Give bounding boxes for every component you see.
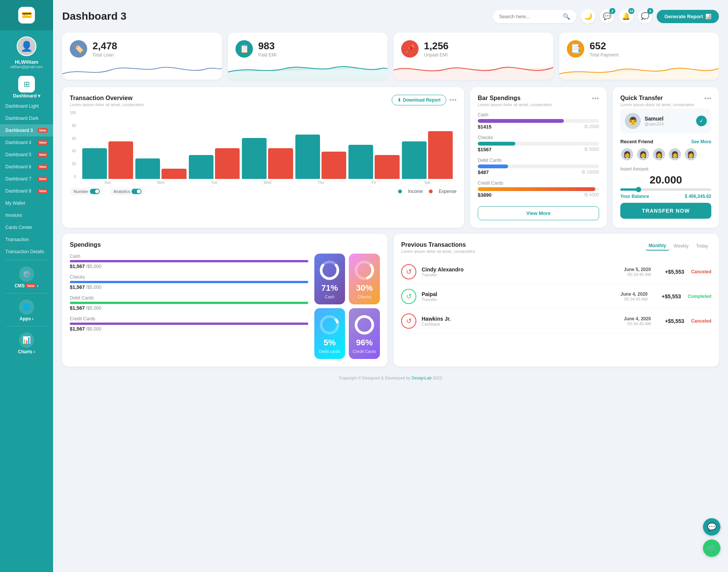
- stat-card-total-payment: 📑 652 Total Payment: [559, 33, 719, 80]
- sidebar-logo: 💳: [0, 0, 53, 30]
- transaction-overview-card: Transaction Overview Lorem ipsum dolor s…: [62, 87, 464, 228]
- donut-cash: 71% Cash: [314, 254, 345, 304]
- message-icon-btn[interactable]: 💬 2: [600, 9, 614, 24]
- bar-chart: [78, 111, 457, 179]
- tx-name-2: Hawkins Jr.: [422, 316, 451, 322]
- bar-spendings-title: Bar Spendings: [478, 95, 552, 102]
- bar-tue-red: [215, 148, 240, 179]
- see-more-link[interactable]: See More: [691, 139, 711, 144]
- float-support-btn[interactable]: 💬: [703, 518, 720, 536]
- quick-transfer-more-btn[interactable]: •••: [704, 95, 711, 103]
- tab-today[interactable]: Today: [693, 241, 711, 251]
- sidebar-item-invoices[interactable]: Invoices: [0, 209, 53, 221]
- transfer-now-button[interactable]: TRANSFER NOW: [620, 203, 711, 219]
- chart-x-axis: Sun Mon Tue Wed Thu Fri Sat: [78, 180, 457, 185]
- header: Dashboard 3 🔍 🌙 💬 2 🔔 12 💭 5 Gen: [62, 9, 719, 24]
- balance-row: Your Balance $ 456,345.62: [620, 194, 711, 199]
- bar-group-sat: [402, 131, 453, 179]
- sidebar-item-dashboard4[interactable]: Dashboard 4 New: [0, 136, 53, 149]
- friend-avatar-1[interactable]: 👩: [620, 147, 634, 161]
- footer-brand-link[interactable]: DexignLab: [412, 376, 432, 380]
- donut-grid: 71% Cash 30% Checks: [314, 254, 380, 359]
- spending-row-credit: Credit Cards $3890 /$ 4000: [478, 180, 599, 198]
- donut-credit: 96% Credit Cards: [349, 308, 380, 359]
- chat-icon-btn[interactable]: 💭 5: [638, 9, 652, 24]
- friend-avatar-5[interactable]: 👩: [684, 147, 698, 161]
- donut-checks: 30% Checks: [349, 254, 380, 304]
- quick-transfer-card: Quick Transfer Lorem ipsum dolor sit ame…: [613, 87, 719, 228]
- download-report-button[interactable]: ⬇ Download Report: [392, 95, 446, 105]
- tab-monthly[interactable]: Monthly: [646, 241, 669, 251]
- dashboard-icon-btn[interactable]: ⊞: [18, 76, 35, 92]
- bar-wed-teal: [242, 138, 267, 179]
- more-options-button[interactable]: •••: [449, 96, 457, 104]
- prev-tx-title: Previous Transactions: [401, 241, 475, 248]
- number-toggle[interactable]: Number: [70, 188, 104, 195]
- unpaid-emi-icon: 📌: [401, 40, 419, 58]
- bar-group-tue: [189, 148, 240, 179]
- main-content: Dashboard 3 🔍 🌙 💬 2 🔔 12 💭 5 Gen: [53, 0, 728, 572]
- sidebar-item-wallet[interactable]: My Wallet: [0, 197, 53, 209]
- sidebar-username: Hi,William: [15, 59, 38, 65]
- total-payment-chart: [559, 61, 719, 80]
- bar-spendings-more-btn[interactable]: •••: [592, 95, 599, 103]
- search-input[interactable]: [499, 14, 560, 19]
- spending-item-debit: Debit Cards $1,567 /$5,000: [70, 295, 308, 311]
- sidebar-item-dashboard6[interactable]: Dashboard 6 New: [0, 161, 53, 173]
- donut-checks-svg: [353, 259, 376, 282]
- donut-credit-percent: 96%: [356, 338, 373, 348]
- sidebar-item-cards[interactable]: Cards Center: [0, 221, 53, 234]
- slider-thumb[interactable]: [636, 187, 641, 192]
- paid-emi-chart: [228, 61, 388, 80]
- avatar: 👤: [17, 36, 36, 56]
- friend-avatar-4[interactable]: 👩: [668, 147, 682, 161]
- view-more-button[interactable]: View More: [478, 206, 599, 220]
- tx-name-1: Paipal: [422, 291, 437, 297]
- tx-row-1: ↺ Paipal Transfer June 4, 2020 05:34:45 …: [401, 284, 711, 309]
- bar-fri-teal: [348, 145, 373, 179]
- bar-spendings-subtitle: Lorem ipsum dolor sit amet, consectetur: [478, 102, 552, 107]
- sidebar-item-transaction-details[interactable]: Transaction Details: [0, 246, 53, 258]
- bell-icon-btn[interactable]: 🔔 12: [619, 9, 633, 24]
- search-icon: 🔍: [563, 13, 570, 20]
- bar-sat-red: [428, 131, 453, 179]
- transfer-user-name: Samuel: [645, 116, 664, 122]
- sidebar-section-apps[interactable]: 🌐 Apps ›: [0, 296, 53, 324]
- recent-friend-label: Recent Friend: [620, 139, 653, 144]
- sidebar-item-dashboard3[interactable]: Dashboard 3 New: [0, 124, 53, 136]
- tab-weekly[interactable]: Weekly: [671, 241, 692, 251]
- sidebar-item-dashboard8[interactable]: Dashboard 8 New: [0, 185, 53, 197]
- tx-amount-1: +$5,553: [654, 293, 681, 299]
- search-bar[interactable]: 🔍: [493, 10, 576, 23]
- bar-thu-red: [322, 152, 346, 179]
- friend-avatar-2[interactable]: 👩: [636, 147, 650, 161]
- transaction-overview-subtitle: Lorem ipsum dolor sit amet, consectetur: [70, 102, 144, 107]
- moon-icon-btn[interactable]: 🌙: [581, 9, 595, 24]
- sidebar-item-dashboard7[interactable]: Dashboard 7 New: [0, 173, 53, 185]
- sidebar-item-dashboard-dark[interactable]: Dashboard Dark: [0, 112, 53, 124]
- new-badge: New: [38, 189, 48, 193]
- lower-section: Spendings Cash $1,567 /$5,000 Checks: [62, 234, 719, 367]
- spendings-list: Cash $1,567 /$5,000 Checks $1,567 /$5,00…: [70, 254, 308, 359]
- generate-report-button[interactable]: Generate Report 📊: [657, 10, 719, 23]
- analytics-toggle[interactable]: Analytics: [110, 188, 145, 195]
- new-badge: New: [38, 165, 48, 169]
- spending-item-credit: Credit Cards $1,567 /$5,000: [70, 316, 308, 332]
- sidebar-item-transaction[interactable]: Transaction: [0, 234, 53, 246]
- sidebar-section-cms[interactable]: ⚙️ CMS New ›: [0, 263, 53, 291]
- tab-group: Monthly Weekly Today: [646, 241, 711, 251]
- sidebar-item-dashboard-light[interactable]: Dashboard Light: [0, 100, 53, 112]
- cms-icon: ⚙️: [19, 266, 34, 282]
- sidebar-section-charts[interactable]: 📊 Charts ›: [0, 329, 53, 357]
- tx-date-1: June 4, 2020 05:34:45 AM: [621, 291, 648, 301]
- income-dot: [398, 190, 402, 193]
- amount-display: 20.000: [620, 174, 711, 186]
- sidebar-item-dashboard5[interactable]: Dashboard 5 New: [0, 149, 53, 161]
- bar-group-mon: [135, 158, 186, 179]
- friend-avatar-3[interactable]: 👩: [652, 147, 666, 161]
- float-cart-btn[interactable]: 🛒: [703, 539, 720, 557]
- income-label: Income: [408, 189, 423, 194]
- stat-cards: 🏷️ 2,478 Total Loan 📋 983 Paid EMI: [62, 33, 719, 80]
- dashboard-label[interactable]: Dashboard ▾: [13, 93, 40, 99]
- unpaid-emi-label: Unpaid EMI: [424, 52, 449, 58]
